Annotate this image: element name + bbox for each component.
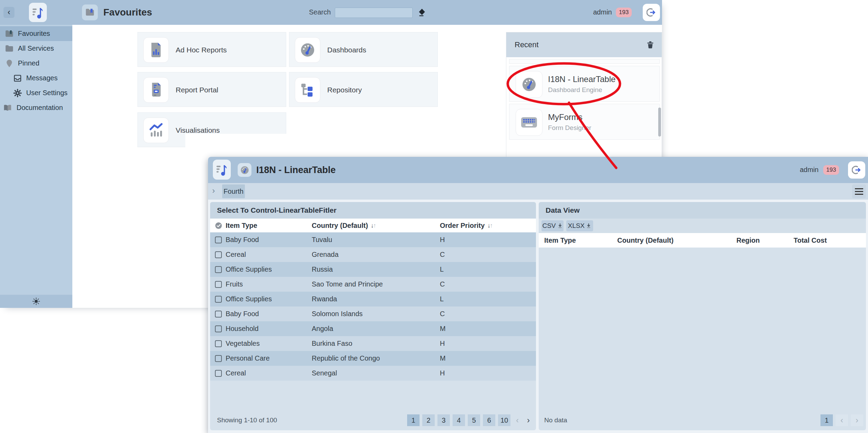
gauge-icon <box>300 42 316 58</box>
row-count-status: Showing 1-10 of 100 <box>217 416 277 424</box>
data-view-title: Data View <box>539 202 866 219</box>
logout-icon <box>852 165 861 175</box>
inbox-icon <box>13 74 22 83</box>
cell-priority: H <box>440 232 445 247</box>
cell-priority: M <box>440 351 446 366</box>
app-logo[interactable] <box>29 3 47 22</box>
row-checkbox[interactable] <box>215 262 222 277</box>
cell-item-type: Office Supplies <box>226 292 272 306</box>
page-button-3[interactable]: 3 <box>437 414 450 426</box>
export-csv-button[interactable]: CSV <box>541 220 564 231</box>
portal-document-icon <box>149 82 163 98</box>
cell-priority: H <box>440 336 445 351</box>
row-checkbox[interactable] <box>215 366 222 381</box>
recent-scrollbar[interactable] <box>658 108 661 137</box>
table-row[interactable]: Vegetables Burkina Faso H <box>210 336 536 351</box>
tile-report-portal[interactable]: Report Portal <box>137 72 286 107</box>
column-header-order-priority[interactable]: Order Priority ↓↑ <box>440 219 492 232</box>
theme-toggle[interactable] <box>0 295 72 308</box>
logout-button[interactable] <box>643 4 660 21</box>
clear-search-icon[interactable] <box>417 8 426 18</box>
table-row[interactable]: Household Angola M <box>210 321 536 336</box>
sidebar-item-pinned[interactable]: Pinned <box>0 56 72 71</box>
sidebar-item-documentation[interactable]: Documentation <box>0 100 72 115</box>
column-header-country[interactable]: Country (Default) <box>617 233 673 248</box>
table-row[interactable]: Personal Care Republic of the Congo M <box>210 351 536 366</box>
column-header-item-type[interactable]: Item Type <box>544 233 576 248</box>
page-button-1[interactable]: 1 <box>820 414 833 426</box>
clear-recent-button[interactable] <box>646 40 655 51</box>
download-icon <box>557 223 563 229</box>
tile-label: Repository <box>327 72 362 107</box>
row-checkbox[interactable] <box>215 306 222 321</box>
music-note-logo-icon <box>32 6 44 19</box>
prev-page-icon[interactable]: ‹ <box>838 415 846 425</box>
tile-ad-hoc-reports[interactable]: Ad Hoc Reports <box>137 32 286 67</box>
page-button-4[interactable]: 4 <box>453 414 465 426</box>
search-input[interactable] <box>335 8 413 18</box>
sort-icon[interactable]: ↓↑ <box>371 222 375 229</box>
sort-icon[interactable]: ↓↑ <box>487 222 492 229</box>
row-checkbox[interactable] <box>215 277 222 292</box>
sidebar-item-user-settings[interactable]: User Settings <box>0 85 72 100</box>
table-row[interactable]: Cereal Senegal H <box>210 366 536 381</box>
column-header-region[interactable]: Region <box>736 233 760 248</box>
logout-button[interactable] <box>848 161 865 179</box>
export-xlsx-button[interactable]: XLSX <box>566 220 593 231</box>
pagination: 1 ‹ › <box>820 414 863 426</box>
table-row[interactable]: Baby Food Solomon Islands C <box>210 306 536 321</box>
recent-item-i18n-lineartable[interactable]: I18N - LinearTable Dashboard Engine <box>509 66 660 102</box>
tile-icon-box <box>143 37 169 63</box>
filter-table-header: Item Type Country (Default) ↓↑ Order Pri… <box>210 219 536 232</box>
row-checkbox[interactable] <box>215 247 222 262</box>
row-checkbox[interactable] <box>215 351 222 366</box>
hamburger-icon <box>855 188 863 189</box>
menu-button[interactable] <box>852 184 866 198</box>
line-chart-icon <box>148 122 164 138</box>
column-header-item-type[interactable]: Item Type <box>226 219 257 232</box>
back-button[interactable]: ‹ <box>3 7 14 18</box>
sidebar-item-favourites[interactable]: Favourites <box>0 26 72 41</box>
recent-item-subtitle: Form Designer <box>548 124 591 132</box>
row-checkbox[interactable] <box>215 336 222 351</box>
logout-icon <box>647 8 656 17</box>
table-row[interactable]: Baby Food Tuvalu H <box>210 232 536 247</box>
app-logo[interactable] <box>213 160 231 180</box>
row-checkbox[interactable] <box>215 321 222 336</box>
dashboard-title-icon-box <box>238 163 251 177</box>
tile-dashboards[interactable]: Dashboards <box>289 32 438 67</box>
select-all-icon[interactable] <box>215 219 222 232</box>
page-button-10[interactable]: 10 <box>498 414 510 426</box>
tile-repository[interactable]: Repository <box>289 72 438 107</box>
breadcrumb-current-tab[interactable]: Fourth <box>222 184 245 198</box>
prev-page-icon[interactable]: ‹ <box>513 415 521 425</box>
next-page-icon[interactable]: › <box>853 415 861 425</box>
cell-priority: H <box>440 366 445 381</box>
page-button-2[interactable]: 2 <box>422 414 435 426</box>
next-page-icon[interactable]: › <box>524 415 533 425</box>
page-button-6[interactable]: 6 <box>483 414 495 426</box>
recent-item-myforms[interactable]: MyForms Form Designer <box>509 104 660 140</box>
column-header-total-cost[interactable]: Total Cost <box>794 233 827 248</box>
no-data-status: No data <box>544 416 567 424</box>
sidebar-item-label: User Settings <box>26 89 68 97</box>
sidebar-item-all-services[interactable]: All Services <box>0 41 72 56</box>
page-button-1[interactable]: 1 <box>407 414 420 426</box>
table-row[interactable]: Office Supplies Rwanda L <box>210 292 536 306</box>
row-checkbox[interactable] <box>215 292 222 306</box>
notification-badge: 193 <box>823 165 839 175</box>
export-csv-label: CSV <box>542 222 556 230</box>
sidebar-item-label: Favourites <box>18 30 50 38</box>
column-header-country[interactable]: Country (Default) ↓↑ <box>312 219 375 232</box>
table-row[interactable]: Cereal Grenada C <box>210 247 536 262</box>
dashboard-title: I18N - LinearTable <box>256 165 336 175</box>
cell-country: Angola <box>312 321 333 336</box>
sidebar-item-messages[interactable]: Messages <box>0 71 72 85</box>
download-icon <box>586 223 591 229</box>
table-row[interactable]: Office Supplies Russia L <box>210 262 536 277</box>
table-row[interactable]: Fruits Sao Tome and Principe C <box>210 277 536 292</box>
row-checkbox[interactable] <box>215 232 222 247</box>
page-button-5[interactable]: 5 <box>468 414 480 426</box>
window1-topbar: ‹ Favourites Search <box>0 0 662 25</box>
cell-priority: C <box>440 277 445 292</box>
